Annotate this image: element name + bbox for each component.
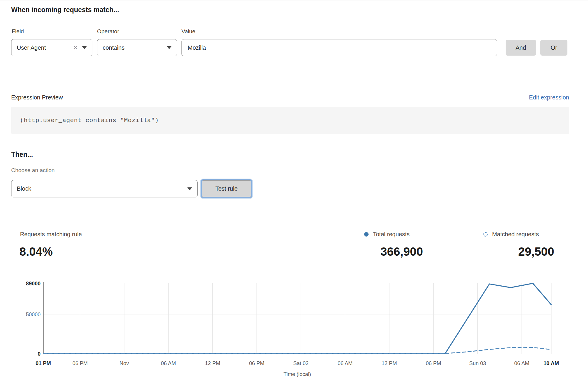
x-tick-label: 06 AM xyxy=(161,360,176,366)
test-rule-button[interactable]: Test rule xyxy=(202,180,251,197)
matched-requests-value: 29,500 xyxy=(518,245,554,258)
x-tick-label: 12 PM xyxy=(205,360,220,366)
total-requests-value: 366,900 xyxy=(380,245,423,258)
requests-matching-label: Requests matching rule xyxy=(20,231,82,238)
x-axis-title: Time (local) xyxy=(284,371,311,377)
x-tick-label: 06 PM xyxy=(426,360,441,366)
x-tick-label: Sun 03 xyxy=(469,360,486,366)
y-tick-label: 89000 xyxy=(26,281,41,287)
x-tick-label: 01 PM xyxy=(36,360,51,366)
requests-matching-value: 8.04% xyxy=(19,245,53,258)
field-label: Field xyxy=(12,28,24,35)
action-select-value: Block xyxy=(17,185,31,192)
x-tick-label: 06 PM xyxy=(72,360,88,366)
x-tick-label: 06 AM xyxy=(514,360,529,366)
choose-action-label: Choose an action xyxy=(11,167,55,174)
chevron-down-icon xyxy=(82,46,87,49)
or-button[interactable]: Or xyxy=(540,40,567,56)
series-dashed xyxy=(43,347,551,354)
x-tick-label: Nov xyxy=(119,360,129,366)
then-heading: Then... xyxy=(11,151,33,159)
top-divider xyxy=(0,1,588,1)
series-solid xyxy=(43,283,551,353)
edit-expression-link[interactable]: Edit expression xyxy=(529,94,569,101)
x-tick-label: 06 AM xyxy=(338,360,353,366)
action-select[interactable]: Block xyxy=(11,180,198,197)
operator-select-value: contains xyxy=(103,44,125,51)
value-input[interactable] xyxy=(181,39,497,56)
expression-preview-label: Expression Preview xyxy=(11,94,63,101)
firewall-rule-editor: When incoming requests match... Field Op… xyxy=(0,0,588,381)
expression-code: (http.user_agent contains "Mozilla") xyxy=(20,117,159,124)
total-requests-label: Total requests xyxy=(373,231,410,238)
chevron-down-icon xyxy=(187,187,192,190)
page-title: When incoming requests match... xyxy=(11,6,119,14)
field-select[interactable]: User Agent × xyxy=(11,39,92,56)
solid-dot-icon xyxy=(364,232,369,237)
x-tick-label: 06 PM xyxy=(249,360,264,366)
matched-requests-label: Matched requests xyxy=(492,231,539,238)
x-tick-label: 12 PM xyxy=(382,360,397,366)
dashed-circle-icon xyxy=(483,232,488,237)
legend-total-requests: Total requests xyxy=(364,231,410,238)
requests-chart: 0500008900001 PM06 PMNov06 AM12 PM06 PMS… xyxy=(0,277,588,381)
remove-icon[interactable]: × xyxy=(74,44,77,51)
operator-label: Operator xyxy=(97,28,119,35)
x-tick-label: 10 AM xyxy=(544,360,559,366)
x-tick-label: Sat 02 xyxy=(293,360,309,366)
expression-preview-box: (http.user_agent contains "Mozilla") xyxy=(11,107,569,134)
and-button[interactable]: And xyxy=(506,40,536,56)
value-label: Value xyxy=(181,28,195,35)
operator-select[interactable]: contains xyxy=(97,39,177,56)
y-tick-label: 0 xyxy=(38,351,41,357)
field-select-value: User Agent xyxy=(17,44,46,51)
y-tick-label: 50000 xyxy=(26,312,41,317)
legend-matched-requests: Matched requests xyxy=(483,231,539,238)
chevron-down-icon xyxy=(167,46,171,49)
